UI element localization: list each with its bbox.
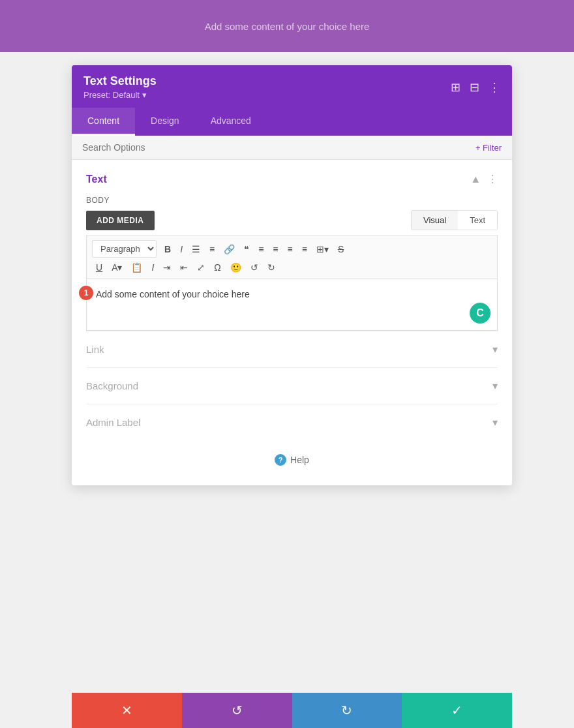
search-bar: + Filter [72,136,512,160]
outdent-button[interactable]: ⇤ [176,260,192,275]
undo-button[interactable]: ↺ [182,693,292,728]
panel-body: Text ▲ ⋮ Body ADD MEDIA Visual Text [72,160,512,485]
redo-editor-button[interactable]: ↻ [264,260,279,275]
panel-header: Text Settings Preset: Default ▾ ⊞ ⊟ ⋮ [72,65,512,108]
background-chevron-icon: ▾ [492,380,498,392]
search-input[interactable] [82,142,476,153]
admin-label-accordion-header[interactable]: Admin Label ▾ [86,416,498,429]
collapse-icon[interactable]: ▲ [470,174,481,185]
bold-button[interactable]: B [160,242,175,256]
text-section-header: Text ▲ ⋮ [86,173,498,185]
emoji-button[interactable]: 🙂 [226,260,245,275]
visual-toggle-button[interactable]: Visual [412,211,458,230]
panel-header-left: Text Settings Preset: Default ▾ [83,74,157,100]
background-label: Background [86,380,138,391]
section-controls: ▲ ⋮ [470,173,498,185]
text-section-title: Text [86,174,107,185]
editor-marker: 1 [79,286,93,300]
text-toggle-button[interactable]: Text [458,211,497,230]
help-button[interactable]: ? Help [275,454,309,466]
format-button[interactable]: I [147,260,158,275]
toolbar-row-1: Paragraph B I ☰ ≡ 🔗 ❝ ≡ ≡ ≡ ≡ ⊞▾ S [92,240,492,258]
fullscreen-button[interactable]: ⤢ [193,260,209,275]
link-button[interactable]: 🔗 [220,242,239,256]
redo-icon: ↻ [341,703,352,718]
body-label: Body [86,196,498,205]
strikethrough-button[interactable]: S [334,242,348,256]
tab-content[interactable]: Content [72,108,135,136]
panel-title: Text Settings [83,74,157,88]
link-label: Link [86,344,104,355]
cancel-icon: ✕ [121,703,132,718]
indent-button[interactable]: ⇥ [159,260,175,275]
top-banner: Add some content of your choice here [0,0,574,52]
filter-button[interactable]: + Filter [476,143,502,153]
admin-chevron-icon: ▾ [492,416,498,429]
toolbar-row-2: U A▾ 📋 I ⇥ ⇤ ⤢ Ω 🙂 ↺ ↻ [92,260,492,275]
target-icon[interactable]: ⊞ [451,80,461,95]
redo-button[interactable]: ↻ [292,693,402,728]
section-more-icon[interactable]: ⋮ [487,173,498,185]
more-icon[interactable]: ⋮ [489,80,500,95]
special-char-button[interactable]: Ω [210,260,224,275]
undo-icon: ↺ [232,703,243,718]
editor-text[interactable]: Add some content of your choice here [96,287,488,301]
paste-button[interactable]: 📋 [127,260,146,275]
panel-header-icons: ⊞ ⊟ ⋮ [451,80,500,95]
blockquote-button[interactable]: ❝ [240,242,253,256]
unordered-list-button[interactable]: ☰ [188,242,204,256]
justify-button[interactable]: ≡ [298,242,311,256]
help-section: ? Help [86,440,498,472]
tab-design[interactable]: Design [135,108,195,136]
editor-content[interactable]: 1 Add some content of your choice here C [86,279,498,331]
background-accordion-header[interactable]: Background ▾ [86,380,498,392]
editor-avatar: C [470,303,491,324]
bottom-action-bar: ✕ ↺ ↻ ✓ [72,693,512,728]
save-icon: ✓ [451,703,462,718]
table-button[interactable]: ⊞▾ [312,242,333,256]
ordered-list-button[interactable]: ≡ [205,242,219,256]
split-icon[interactable]: ⊟ [470,80,479,95]
background-accordion: Background ▾ [86,367,498,404]
tab-advanced[interactable]: Advanced [195,108,267,136]
admin-label-text: Admin Label [86,417,140,428]
help-icon: ? [275,454,286,466]
settings-panel: Text Settings Preset: Default ▾ ⊞ ⊟ ⋮ Co… [72,65,512,485]
add-media-button[interactable]: ADD MEDIA [86,211,155,230]
banner-text: Add some content of your choice here [205,21,370,32]
undo-editor-button[interactable]: ↺ [247,260,262,275]
visual-text-toggle: Visual Text [411,210,498,230]
align-right-button[interactable]: ≡ [284,242,297,256]
link-chevron-icon: ▾ [492,343,498,356]
editor-toolbar: Paragraph B I ☰ ≡ 🔗 ❝ ≡ ≡ ≡ ≡ ⊞▾ S U A▾ … [86,235,498,279]
link-accordion: Link ▾ [86,331,498,367]
cancel-button[interactable]: ✕ [72,693,182,728]
tabs-bar: Content Design Advanced [72,108,512,136]
admin-label-accordion: Admin Label ▾ [86,404,498,440]
underline-button[interactable]: U [92,260,106,275]
panel-preset: Preset: Default ▾ [83,90,157,100]
align-center-button[interactable]: ≡ [269,242,282,256]
color-button[interactable]: A▾ [108,260,126,275]
save-button[interactable]: ✓ [402,693,512,728]
paragraph-select[interactable]: Paragraph [92,240,157,258]
italic-button[interactable]: I [176,242,187,256]
help-label: Help [290,455,309,465]
link-accordion-header[interactable]: Link ▾ [86,343,498,356]
editor-top-row: ADD MEDIA Visual Text [86,210,498,230]
align-left-button[interactable]: ≡ [254,242,267,256]
